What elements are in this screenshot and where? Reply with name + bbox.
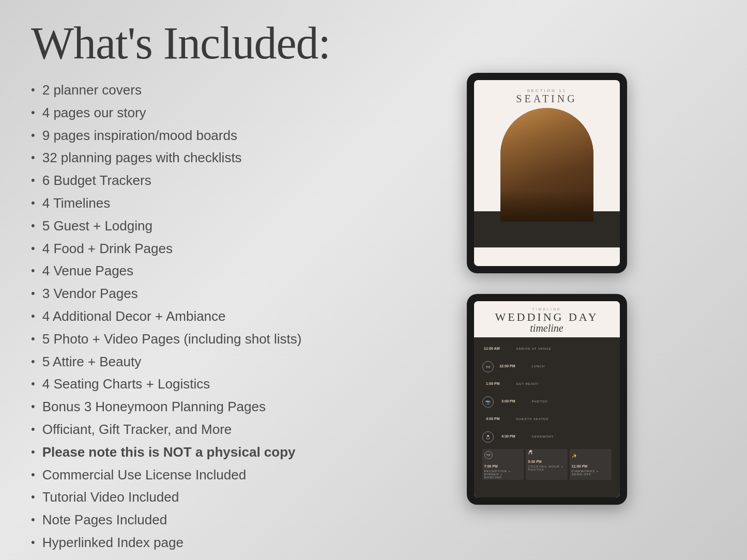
seating-arch-container: [474, 108, 620, 266]
page-title: What's Included:: [31, 21, 336, 66]
list-item: 4 Food + Drink Pages: [31, 240, 336, 258]
timeline-event-5: GUESTS SEATED: [516, 417, 549, 421]
list-item: Hyperlinked Index page: [31, 534, 336, 552]
timeline-row-4: 📷 3:00 PM PHOTOS: [482, 395, 612, 411]
list-item: 5 Attire + Beauty: [31, 353, 336, 371]
timeline-event-1: ARRIVE AT VENUE: [516, 347, 552, 350]
timeline-time-8: 5:30 PM: [528, 460, 541, 463]
timeline-time-9: 11:00 PM: [572, 464, 587, 468]
timeline-icon-ceremony: 💍: [482, 431, 494, 443]
timeline-row-5: 4:00 PM GUESTS SEATED: [482, 413, 612, 428]
timeline-icon-camera: 📷: [482, 396, 494, 408]
timeline-event-7: RECEPTION + DINNER + DANCING: [484, 470, 522, 479]
timeline-content: TIMELINE WEDDING DAY timeline 11:00 AM A…: [474, 301, 620, 497]
tablet-timeline: TIMELINE WEDDING DAY timeline 11:00 AM A…: [467, 294, 627, 505]
list-item: 4 Venue Pages: [31, 262, 336, 280]
timeline-event-8: COCKTAIL HOUR + PHOTOS: [528, 465, 566, 471]
list-item: Commercial Use License Included: [31, 466, 336, 484]
timeline-event-9: FIREWORKS + SEND-OFF: [572, 470, 609, 476]
seating-section-label: SECTION 11: [474, 88, 620, 93]
timeline-time-7: 7:00 PM: [484, 464, 498, 468]
timeline-time-2: 12:00 PM: [499, 364, 515, 368]
arch-image: [500, 108, 593, 222]
left-section: What's Included: 2 planner covers 4 page…: [0, 0, 362, 560]
timeline-time-3: 1:00 PM: [486, 382, 499, 385]
seating-content: SECTION 11 SEATING: [474, 80, 620, 266]
list-item-not-physical: Please note this is NOT a physical copy: [31, 444, 336, 461]
timeline-event-6: CEREMONY: [532, 435, 554, 438]
list-item: 4 Additional Decor + Ambiance: [31, 308, 336, 325]
timeline-icon-reception: 🍽: [484, 451, 493, 459]
timeline-title: WEDDING DAY: [482, 311, 612, 323]
timeline-dark-section: 11:00 AM ARRIVE AT VENUE 🍽 12:00 PM: [474, 337, 620, 497]
timeline-event-4: PHOTOS: [532, 400, 548, 403]
arch-frame: [500, 108, 593, 222]
timeline-event-2: LUNCH: [532, 365, 545, 368]
seating-title: SEATING: [474, 93, 620, 105]
tablet-seating-screen: SECTION 11 SEATING: [474, 80, 620, 266]
list-item: 5 Photo + Video Pages (including shot li…: [31, 331, 336, 348]
list-item: 6 Budget Trackers: [31, 172, 336, 190]
list-item: 3 Vendor Pages: [31, 285, 336, 303]
list-item: Note Pages Included: [31, 511, 336, 529]
list-item: 2 planner covers: [31, 82, 336, 99]
list-item: 9 pages inspiration/mood boards: [31, 127, 336, 145]
included-list: 2 planner covers 4 pages our story 9 pag…: [31, 82, 336, 557]
seating-header: SECTION 11 SEATING: [474, 80, 620, 108]
right-section: SECTION 11 SEATING TIMELINE WEDDING DAY …: [362, 0, 747, 560]
list-item: Officiant, Gift Tracker, and More: [31, 421, 336, 439]
list-item: 4 pages our story: [31, 104, 336, 122]
list-item: Bonus 3 Honeymoon Planning Pages: [31, 398, 336, 416]
tablet-timeline-screen: TIMELINE WEDDING DAY timeline 11:00 AM A…: [474, 301, 620, 497]
list-item: 4 Seating Charts + Logistics: [31, 376, 336, 393]
timeline-time-4: 3:00 PM: [501, 399, 515, 403]
timeline-time-6: 4:30 PM: [501, 434, 515, 438]
list-item: Tutorial Video Included: [31, 489, 336, 506]
timeline-event-3: GET READY: [516, 382, 539, 385]
timeline-icon-lunch: 🍽: [482, 361, 494, 372]
timeline-split-row: 🍽 7:00 PM RECEPTION + DINNER + DANCING 🥂…: [482, 449, 612, 480]
timeline-row-1: 11:00 AM ARRIVE AT VENUE: [482, 343, 612, 358]
timeline-time-5: 4:00 PM: [486, 417, 499, 421]
timeline-script: timeline: [482, 322, 612, 334]
list-item: 32 planning pages with checklists: [31, 149, 336, 167]
timeline-time-1: 11:00 AM: [484, 347, 499, 350]
timeline-row-3: 1:00 PM GET READY: [482, 378, 612, 393]
timeline-row-2: 🍽 12:00 PM LUNCH: [482, 360, 612, 376]
list-item: 5 Guest + Lodging: [31, 217, 336, 235]
tablet-seating: SECTION 11 SEATING: [467, 73, 627, 273]
list-item: 4 Timelines: [31, 195, 336, 212]
timeline-top-white: TIMELINE WEDDING DAY timeline: [474, 301, 620, 337]
timeline-row-6: 💍 4:30 PM CEREMONY: [482, 430, 612, 446]
